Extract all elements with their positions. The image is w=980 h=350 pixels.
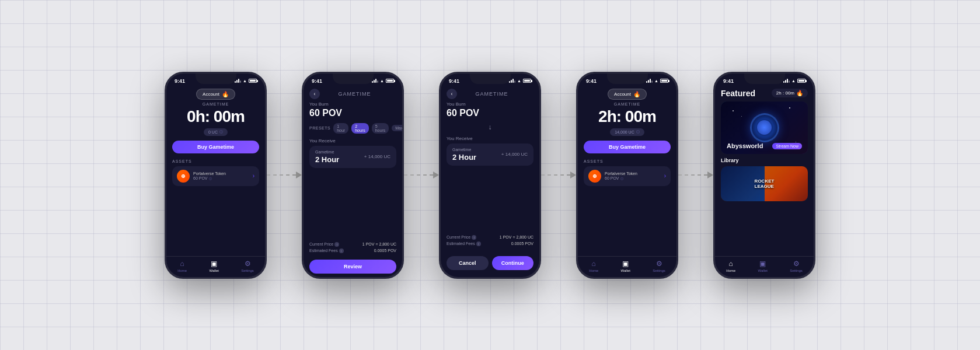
wifi-icon-5: ▲ xyxy=(791,79,796,83)
nav-settings-label-1: Settings xyxy=(241,269,254,272)
price-info-3: Current Price i 1 POV = 2,800 UC Estimat… xyxy=(447,235,533,248)
nav-home-5[interactable]: ⌂ Home xyxy=(726,260,735,272)
price-row-fees-3: Estimated Fees i 0.0005 POV xyxy=(447,242,533,246)
arrow-connector-2 xyxy=(404,172,439,178)
confirm-actions-3: Cancel Continue xyxy=(447,256,533,270)
signal-icon-5 xyxy=(783,79,790,83)
asset-icon-1: ⊕ xyxy=(177,170,190,183)
status-icons-4: ▲ xyxy=(646,79,668,83)
account-button-4[interactable]: Account 🔥 xyxy=(608,89,647,100)
nav-wallet-1[interactable]: ▣ Wallet xyxy=(209,260,218,272)
price-info-2: Current Price i 1 POV = 2,800 UC Estimat… xyxy=(309,242,396,255)
notch-3 xyxy=(470,74,511,84)
dashed-line-1 xyxy=(267,174,296,176)
nav-home-1[interactable]: ⌂ Home xyxy=(177,260,187,272)
nav-home-4[interactable]: ⌂ Home xyxy=(589,260,598,272)
buy-gametime-button-4[interactable]: Buy Gametime xyxy=(584,141,671,153)
featured-title-5: Featured xyxy=(721,89,755,98)
settings-icon-5: ⚙ xyxy=(793,260,800,268)
featured-header-5: Featured 2h : 00m 🔥 xyxy=(721,89,808,98)
nav-settings-label-5: Settings xyxy=(790,269,803,272)
cancel-button-3[interactable]: Cancel xyxy=(447,256,489,270)
back-button-3[interactable]: ‹ xyxy=(447,89,457,99)
continue-button-3[interactable]: Continue xyxy=(492,256,534,270)
info-icon-cp-2: i xyxy=(334,242,339,247)
notch-4 xyxy=(607,74,648,84)
preset-max-2[interactable]: Max xyxy=(392,125,402,131)
assets-label-4: ASSETS xyxy=(584,159,671,163)
preset-1hour-2[interactable]: 1 hour xyxy=(333,123,348,134)
home-icon-1: ⌂ xyxy=(180,260,184,268)
wifi-icon-2: ▲ xyxy=(380,79,384,83)
phone-3: 9:41 ▲ ‹ GAMETIME You Burn 60 POV ↓ xyxy=(439,72,541,279)
nav-wallet-5[interactable]: ▣ Wallet xyxy=(758,260,767,272)
settings-icon-1: ⚙ xyxy=(245,260,251,268)
nav-settings-4[interactable]: ⚙ Settings xyxy=(653,260,665,272)
notch-1 xyxy=(196,74,236,84)
nav-wallet-4[interactable]: ▣ Wallet xyxy=(620,260,630,272)
battery-icon-5 xyxy=(797,79,805,83)
stream-now-button-5[interactable]: Stream Now xyxy=(772,143,802,149)
time-display-4: 2h: 00m xyxy=(584,107,671,126)
gametime-label-1: GAMETIME xyxy=(172,102,259,106)
account-button-1[interactable]: Account 🔥 xyxy=(196,89,235,100)
battery-icon-4 xyxy=(660,79,668,83)
download-icon-3: ↓ xyxy=(447,123,533,131)
flame-icon-5: 🔥 xyxy=(796,90,803,96)
review-button-2[interactable]: Review xyxy=(309,260,396,274)
current-price-label-3: Current Price i xyxy=(447,235,476,240)
library-image-5: ROCKETLEAGUE xyxy=(721,166,808,201)
presets-label-2: PRESETS xyxy=(309,126,330,130)
content-4: Account 🔥 GAMETIME 2h: 00m 14,000 UC ⓘ B… xyxy=(578,86,676,256)
status-time-1: 9:41 xyxy=(175,78,185,84)
uc-badge-4: 14,000 UC ⓘ xyxy=(610,128,644,136)
you-burn-label-3: You Burn xyxy=(447,102,533,107)
asset-arrow-4[interactable]: › xyxy=(664,173,666,179)
screen-5: 9:41 ▲ Featured 2h : 00m 🔥 xyxy=(715,74,814,277)
phone-5: 9:41 ▲ Featured 2h : 00m 🔥 xyxy=(713,72,815,279)
asset-amount-1: 60 POV ⓘ xyxy=(193,176,249,180)
time-badge-5: 2h : 00m 🔥 xyxy=(772,89,808,97)
price-row-fees-2: Estimated Fees i 0.0005 POV xyxy=(309,249,396,253)
info-icon-ef-2: i xyxy=(339,249,344,253)
assets-label-1: ASSETS xyxy=(172,159,259,163)
home-icon-5: ⌂ xyxy=(729,260,733,268)
asset-name-1: Portalverse Token xyxy=(193,172,249,176)
header-row-2: ‹ GAMETIME xyxy=(309,89,396,99)
receive-card-label-2: Gametime xyxy=(315,150,339,154)
uc-value-1: 0 UC xyxy=(208,130,218,134)
preset-5hours-2[interactable]: 5 hours xyxy=(372,123,389,134)
content-1: Account 🔥 GAMETIME 0h: 00m 0 UC ⓘ Buy Ga… xyxy=(166,86,265,256)
status-icons-2: ▲ xyxy=(372,79,394,83)
est-fees-label-3: Estimated Fees i xyxy=(447,242,481,246)
asset-arrow-1[interactable]: › xyxy=(253,173,254,179)
battery-icon-2 xyxy=(386,79,394,83)
content-5: Featured 2h : 00m 🔥 xyxy=(715,86,814,256)
back-button-2[interactable]: ‹ xyxy=(309,89,320,99)
nav-settings-1[interactable]: ⚙ Settings xyxy=(241,260,254,272)
wallet-icon-5: ▣ xyxy=(759,260,766,268)
notch-2 xyxy=(333,74,374,84)
est-fees-value-3: 0.0005 POV xyxy=(511,242,533,246)
wifi-icon-4: ▲ xyxy=(654,79,658,83)
flame-icon-4: 🔥 xyxy=(633,91,640,97)
uc-value-4: 14,000 UC xyxy=(615,130,634,134)
status-icons-3: ▲ xyxy=(509,79,531,83)
price-row-current-3: Current Price i 1 POV = 2,800 UC xyxy=(447,235,533,240)
phone-4: 9:41 ▲ Account 🔥 GAMETIME 2h: 00m 14,0 xyxy=(576,72,678,279)
preset-2hours-2[interactable]: 2 hours xyxy=(351,123,369,134)
header-title-3: GAMETIME xyxy=(461,91,523,97)
notch-5 xyxy=(744,74,785,84)
you-burn-amount-2: 60 POV xyxy=(309,108,396,118)
header-row-3: ‹ GAMETIME xyxy=(447,89,533,99)
asset-row-1: ⊕ Portalverse Token 60 POV ⓘ › xyxy=(172,166,259,186)
buy-gametime-button-1[interactable]: Buy Gametime xyxy=(172,141,259,153)
flame-icon-1: 🔥 xyxy=(222,91,229,97)
arrow-connector-3 xyxy=(541,172,576,178)
home-icon-4: ⌂ xyxy=(592,260,596,268)
nav-settings-5[interactable]: ⚙ Settings xyxy=(790,260,803,272)
uc-badge-1: 0 UC ⓘ xyxy=(204,128,228,136)
status-time-5: 9:41 xyxy=(723,78,734,84)
dashed-line-3 xyxy=(541,174,570,176)
bottom-nav-5: ⌂ Home ▣ Wallet ⚙ Settings xyxy=(715,256,814,277)
